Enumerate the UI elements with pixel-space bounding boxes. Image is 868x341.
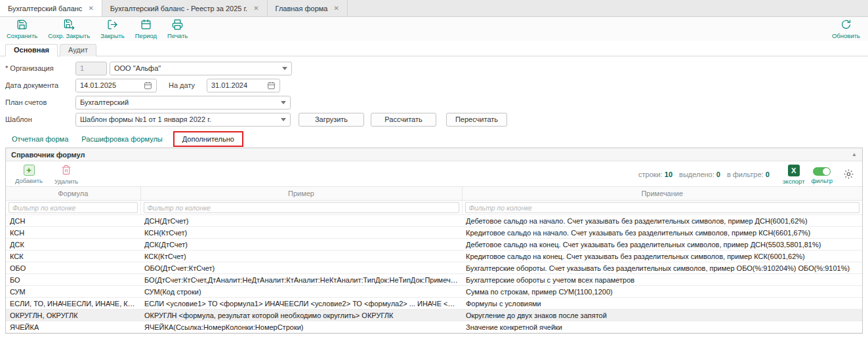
on-date-label: На дату	[169, 81, 207, 89]
refresh-icon	[840, 19, 852, 31]
save-label: Сохранить	[7, 32, 37, 39]
table-row[interactable]: КСК КСК(КтСчет) Кредитовое сальдо на кон…	[6, 251, 862, 262]
chevron-down-icon	[281, 118, 286, 121]
period-button[interactable]: Период	[135, 19, 157, 39]
column-header-note[interactable]: Примечание	[462, 187, 862, 201]
close-icon[interactable]: ✕	[88, 5, 93, 12]
grid-stats: строки: 10 выделено: 0 в фильтре: 0	[638, 170, 776, 178]
table-row[interactable]: ЕСЛИ, ТО, ИНАЧЕЕСЛИ, ИНАЧЕ, КОНЕЦ ЕСЛИ <…	[6, 298, 862, 310]
cell-note: Дебетовое сальдо на начало. Счет указыва…	[462, 215, 862, 227]
document-date-value: 14.01.2025	[80, 81, 116, 89]
export-button[interactable]: X экспорт	[783, 165, 805, 185]
save-icon	[16, 19, 28, 31]
template-value: Шаблон формы №1 от 1 января 2022 г.	[80, 115, 211, 123]
calculate-button[interactable]: Рассчитать	[371, 113, 436, 127]
tab-formula-decode[interactable]: Расшифровка формулы	[75, 132, 169, 146]
cell-example: КСК(КтСчет)	[140, 251, 462, 262]
cell-formula: ЕСЛИ, ТО, ИНАЧЕЕСЛИ, ИНАЧЕ, КОНЕЦ	[6, 298, 140, 310]
table-row[interactable]: КСН КСН(КтСчет) Кредитовое сальдо на нач…	[6, 227, 862, 239]
column-header-formula[interactable]: Формула	[6, 187, 140, 201]
on-date-field[interactable]: 31.01.2024	[207, 79, 280, 92]
grid-toolbar: + Добавить Удалить строки: 10 выделено: …	[6, 161, 862, 186]
cell-example: ЕСЛИ <условие1> ТО <формула1> ИНАЧЕЕСЛИ …	[140, 298, 462, 310]
tab-main[interactable]: Основная	[5, 44, 58, 56]
period-label: Период	[135, 32, 157, 39]
delete-row-button[interactable]: Удалить	[54, 165, 78, 185]
calendar-icon[interactable]	[144, 81, 152, 90]
form-tab-bar: Основная Аудит	[0, 41, 868, 56]
template-row: Шаблон Шаблон формы №1 от 1 января 2022 …	[5, 112, 863, 127]
organization-select[interactable]: ООО "Альфа"	[110, 62, 292, 75]
selected-count: 0	[716, 170, 720, 178]
window-tab-balance[interactable]: Бухгалтерский баланс ✕	[0, 0, 102, 16]
collapse-icon[interactable]: ▲	[852, 151, 857, 157]
cell-formula: КСК	[6, 251, 140, 262]
load-button[interactable]: Загрузить	[299, 113, 364, 127]
chevron-down-icon	[281, 101, 286, 104]
calendar-icon[interactable]	[267, 81, 276, 90]
refresh-button[interactable]: Обновить	[832, 19, 860, 39]
document-date-field[interactable]: 14.01.2025	[75, 79, 157, 92]
cell-example: ЯЧЕЙКА(Ссылка:НомерКолонки:НомерСтроки)	[140, 321, 462, 333]
cell-example: ДСН(ДтСчет)	[140, 215, 462, 227]
column-header-example[interactable]: Пример	[140, 187, 462, 201]
window-tab-registry[interactable]: Бухгалтерский баланс - Реестр за 2025 г.…	[102, 0, 268, 16]
print-button[interactable]: Печать	[167, 19, 188, 39]
settings-button[interactable]	[843, 169, 854, 181]
formula-table: Формула Пример Примечание ДСН ДСН(ДтСчет…	[6, 186, 862, 333]
window-tab-main-form[interactable]: Главная форма ✕	[268, 0, 348, 16]
document-date-label: Дата документа	[5, 81, 75, 89]
tab-additional[interactable]: Дополнительно	[176, 132, 241, 146]
tab-report-form[interactable]: Отчетная форма	[5, 132, 75, 146]
add-label: Добавить	[15, 177, 43, 184]
table-row[interactable]: СУМ СУМ(Код строки) Сумма по строкам, пр…	[6, 286, 862, 298]
cell-note: Округление до двух знаков после запятой	[462, 310, 862, 321]
save-close-icon	[64, 19, 75, 31]
cell-example: ОБО(ДтСчет:КтСчет)	[140, 262, 462, 274]
cell-formula: ОКРУГЛН, ОКРУГЛК	[6, 310, 140, 321]
recalculate-button[interactable]: Пересчитать	[446, 113, 507, 127]
cell-note: Кредитовое сальдо на начало. Счет указыв…	[462, 227, 862, 239]
filter-input-example[interactable]	[144, 202, 459, 213]
rows-label: строки:	[638, 170, 663, 178]
rows-count: 10	[665, 170, 672, 178]
annotation-highlight: Дополнительно	[173, 131, 243, 147]
save-button[interactable]: Сохранить	[7, 19, 37, 39]
window-tab-bar: Бухгалтерский баланс ✕ Бухгалтерский бал…	[0, 0, 868, 17]
template-select[interactable]: Шаблон формы №1 от 1 января 2022 г.	[75, 113, 291, 127]
calendar-icon	[140, 19, 152, 31]
chart-of-accounts-value: Бухгалтерский	[80, 98, 129, 106]
cell-formula: ДСН	[6, 215, 140, 227]
close-icon[interactable]: ✕	[333, 5, 339, 12]
cell-example: ОКРУГЛН <формула, результат которой необ…	[140, 310, 462, 321]
exit-icon	[107, 19, 118, 31]
table-row[interactable]: БО БО(ДтСчет:КтСчет,ДтАналит:НеДтАналит:…	[6, 274, 862, 286]
delete-label: Удалить	[54, 178, 78, 185]
table-row[interactable]: ЯЧЕЙКА ЯЧЕЙКА(Ссылка:НомерКолонки:НомерС…	[6, 321, 862, 333]
organization-value: ООО "Альфа"	[114, 64, 161, 72]
table-row[interactable]: ДСН ДСН(ДтСчет) Дебетовое сальдо на нача…	[6, 215, 862, 227]
table-row[interactable]: ОКРУГЛН, ОКРУГЛК ОКРУГЛН <формула, резул…	[6, 310, 862, 321]
table-row[interactable]: ОБО ОБО(ДтСчет:КтСчет) Бухгалтерские обо…	[6, 262, 862, 274]
tab-audit[interactable]: Аудит	[60, 44, 96, 56]
cell-formula: КСН	[6, 227, 140, 239]
gear-icon	[843, 169, 854, 181]
cell-example: СУМ(Код строки)	[140, 286, 462, 298]
cell-example: КСН(КтСчет)	[140, 227, 462, 239]
chart-of-accounts-select[interactable]: Бухгалтерский	[75, 96, 291, 110]
close-icon[interactable]: ✕	[253, 5, 258, 12]
filter-input-formula[interactable]	[9, 202, 138, 213]
save-close-button[interactable]: Сохр. Закрыть	[48, 19, 90, 39]
close-button[interactable]: Закрыть	[100, 19, 125, 39]
chevron-down-icon	[282, 67, 287, 70]
cell-note: Значение конкретной ячейки	[462, 321, 862, 333]
window-tab-label: Бухгалтерский баланс	[8, 5, 82, 12]
add-row-button[interactable]: + Добавить	[15, 165, 43, 184]
panel-header: Справочник формул ▲	[6, 148, 862, 161]
cell-formula: СУМ	[6, 286, 140, 298]
table-row[interactable]: ДСК ДСК(ДтСчет) Дебетовое сальдо на коне…	[6, 239, 862, 251]
filter-input-note[interactable]	[465, 202, 860, 213]
document-form: * Организация 1 ООО "Альфа" Дата докумен…	[0, 56, 868, 130]
plus-icon: +	[24, 165, 35, 176]
filter-toggle[interactable]: фильтр	[811, 165, 833, 184]
